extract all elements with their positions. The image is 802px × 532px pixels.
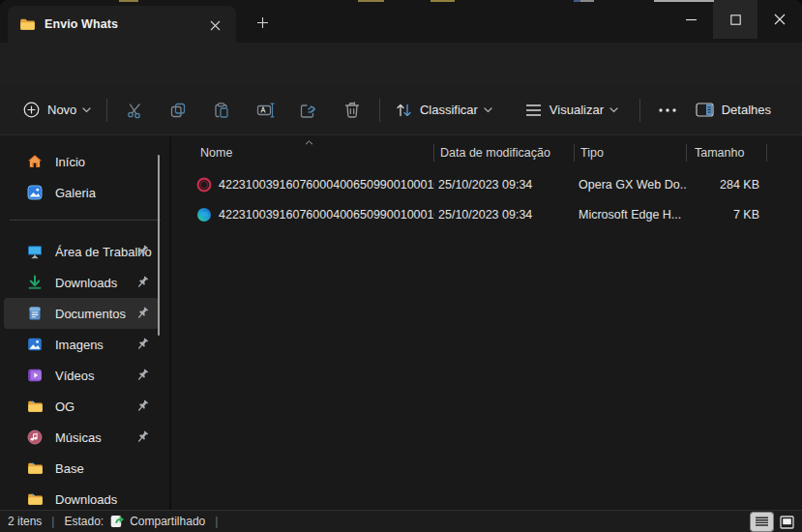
file-type: Microsoft Edge H... — [575, 208, 687, 222]
status-bar: 2 itens | Estado: Compartilhado | — [0, 510, 802, 532]
pin-icon — [135, 429, 151, 445]
sidebar-item-vi-deos[interactable]: Vídeos — [4, 360, 159, 391]
documents-icon — [27, 306, 43, 321]
more-icon[interactable] — [650, 93, 686, 128]
sidebar: Início Galeria Área de Trabalho Download… — [0, 136, 170, 510]
gallery-icon — [27, 185, 43, 200]
chevron-down-icon — [609, 107, 618, 113]
minimize-icon[interactable] — [668, 0, 713, 39]
column-header-data[interactable]: Data de modificação — [434, 143, 575, 163]
file-name: 422310039160760004006509900100010317... — [219, 208, 434, 222]
pin-icon — [135, 399, 151, 414]
pin-icon — [135, 368, 151, 383]
delete-icon[interactable] — [334, 93, 370, 128]
explorer-tab[interactable]: Envio Whats — [8, 6, 236, 43]
file-list: Nome Data de modificação Tipo Tamanho 42… — [171, 136, 802, 510]
file-row[interactable]: 422310039160760004006509900100010317... … — [171, 199, 802, 229]
screen-edge-artifact — [431, 0, 455, 2]
share-icon[interactable] — [290, 93, 326, 128]
cut-icon[interactable] — [117, 93, 153, 128]
pin-icon — [135, 337, 151, 352]
opera-gx-icon — [196, 177, 212, 192]
new-button[interactable]: Novo — [14, 93, 101, 128]
sidebar-separator — [10, 220, 161, 221]
desktop-icon — [27, 244, 43, 259]
file-size: 284 KB — [687, 178, 767, 192]
large-icons-view-icon[interactable] — [776, 513, 798, 531]
sidebar-item-og[interactable]: OG — [4, 391, 159, 422]
screen-edge-artifact — [574, 0, 580, 2]
sidebar-item-label: Início — [55, 155, 159, 169]
chevron-down-icon — [484, 107, 492, 113]
sort-button-label: Classificar — [420, 103, 478, 117]
shared-icon — [110, 515, 125, 528]
column-header-tipo[interactable]: Tipo — [575, 143, 687, 163]
file-date: 25/10/2023 09:34 — [434, 208, 575, 222]
copy-icon[interactable] — [161, 93, 196, 128]
file-explorer-window: Envio Whats — [0, 0, 802, 532]
music-icon — [27, 429, 43, 445]
navigation-bar: › Documentos › Envio Whats — [0, 43, 802, 85]
sidebar-item-galeria[interactable]: Galeria — [4, 177, 159, 208]
sidebar-item-a-rea-de-trabalho[interactable]: Área de Trabalho — [4, 236, 159, 267]
sidebar-item-label: Galeria — [55, 186, 159, 200]
folder-icon — [27, 460, 43, 476]
view-button[interactable]: Visualizar — [516, 93, 628, 128]
screen-edge-artifact — [358, 0, 384, 2]
sidebar-scrollbar[interactable] — [158, 155, 160, 336]
file-name: 422310039160760004006509900100010317... — [219, 178, 434, 192]
paste-icon[interactable] — [204, 93, 240, 128]
pin-icon — [135, 306, 151, 321]
details-pane-button[interactable]: Detalhes — [686, 93, 781, 128]
tab-title: Envio Whats — [45, 17, 118, 31]
details-pane-label: Detalhes — [722, 103, 771, 117]
toolbar-separator — [379, 99, 380, 122]
details-view-icon[interactable] — [751, 513, 773, 531]
new-tab-icon[interactable] — [252, 12, 273, 33]
sidebar-item-label: Downloads — [55, 492, 159, 507]
command-bar: Novo Classificar Visualizar — [0, 85, 802, 135]
column-header-tamanho[interactable]: Tamanho — [687, 143, 767, 163]
close-icon[interactable] — [757, 0, 802, 39]
pin-icon — [135, 244, 151, 259]
sidebar-item-base[interactable]: Base — [4, 453, 159, 484]
state-value: Compartilhado — [130, 515, 205, 528]
sidebar-item-documentos[interactable]: Documentos — [4, 298, 159, 329]
file-size: 7 KB — [687, 208, 767, 222]
folder-icon — [27, 491, 43, 507]
sidebar-item-mu-sicas[interactable]: Músicas — [4, 422, 159, 453]
plus-circle-icon — [23, 102, 40, 118]
toolbar-separator — [639, 99, 640, 122]
screen-edge-artifact — [119, 0, 138, 2]
sort-button[interactable]: Classificar — [386, 93, 502, 128]
view-button-label: Visualizar — [550, 103, 604, 117]
maximize-icon[interactable] — [713, 0, 757, 39]
videos-icon — [27, 368, 43, 383]
downloads-icon — [27, 275, 43, 290]
edge-icon — [196, 207, 212, 222]
rename-icon[interactable] — [248, 93, 283, 128]
state-label: Estado: — [64, 515, 104, 528]
list-header: Nome Data de modificação Tipo Tamanho — [171, 140, 802, 165]
toolbar-separator — [106, 99, 107, 122]
titlebar: Envio Whats — [0, 0, 802, 43]
file-row[interactable]: 422310039160760004006509900100010317... … — [171, 169, 802, 199]
items-count: 2 itens — [8, 515, 42, 528]
sidebar-item-downloads[interactable]: Downloads — [4, 267, 159, 298]
file-type: Opera GX Web Do... — [575, 178, 687, 192]
screen-edge-artifact — [580, 0, 594, 2]
screen-edge-artifact — [654, 0, 714, 2]
sidebar-item-ini-cio[interactable]: Início — [4, 146, 159, 177]
file-date: 25/10/2023 09:34 — [434, 178, 575, 192]
view-icon — [525, 103, 542, 117]
new-button-label: Novo — [47, 103, 76, 117]
chevron-down-icon — [82, 107, 91, 113]
sort-icon — [396, 103, 412, 118]
pictures-icon — [27, 337, 43, 352]
tab-close-icon[interactable] — [205, 15, 224, 35]
sidebar-item-downloads[interactable]: Downloads — [4, 484, 159, 510]
column-header-nome[interactable]: Nome — [171, 143, 434, 163]
sidebar-item-imagens[interactable]: Imagens — [4, 329, 159, 360]
folder-icon — [19, 16, 35, 32]
details-pane-icon — [696, 103, 714, 117]
